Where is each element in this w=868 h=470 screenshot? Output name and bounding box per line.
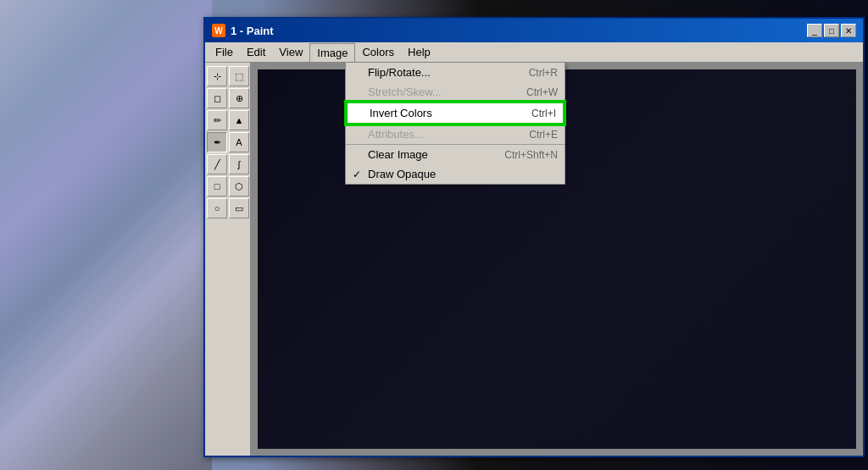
menu-colors[interactable]: Colors [355, 43, 401, 62]
maximize-button[interactable]: □ [824, 24, 839, 37]
tool-zoom[interactable]: ⊕ [229, 88, 249, 108]
tool-paint-bucket[interactable]: ▲ [229, 110, 249, 130]
clear-image-label: Clear Image [368, 148, 501, 161]
tool-rounded-rect[interactable]: ▭ [229, 198, 249, 218]
clear-image-shortcut: Ctrl+Shft+N [504, 149, 558, 161]
menu-bar: File Edit View Image Colors Help [205, 42, 863, 63]
background-painting [0, 0, 212, 470]
tool-ellipse[interactable]: ○ [207, 198, 227, 218]
tool-eraser[interactable]: ◻ [207, 88, 227, 108]
flip-rotate-shortcut: Ctrl+R [529, 67, 558, 79]
menu-item-draw-opaque[interactable]: ✓ Draw Opaque [346, 164, 565, 184]
window-controls: _ □ ✕ [807, 24, 856, 37]
attributes-shortcut: Ctrl+E [529, 129, 558, 141]
window-title: 1 - Paint [231, 25, 802, 37]
draw-opaque-label: Draw Opaque [368, 168, 558, 180]
draw-opaque-check: ✓ [353, 169, 364, 180]
menu-item-invert-colors[interactable]: Invert Colors Ctrl+I [346, 102, 565, 124]
tool-select-free[interactable]: ⊹ [207, 66, 227, 86]
tool-line[interactable]: ╱ [207, 154, 227, 174]
menu-item-stretch-skew[interactable]: Stretch/Skew... Ctrl+W [346, 82, 565, 102]
tool-airbrush[interactable]: ✒ [207, 132, 227, 152]
menu-help[interactable]: Help [401, 43, 437, 62]
menu-view[interactable]: View [272, 43, 309, 62]
attributes-label: Attributes... [368, 128, 526, 141]
minimize-button[interactable]: _ [807, 24, 822, 37]
invert-colors-shortcut: Ctrl+I [531, 108, 556, 119]
toolbox: ⊹ ⬚ ◻ ⊕ ✏ ▲ ✒ A ╱ ∫ □ ⬡ ○ ▭ [205, 63, 251, 456]
paint-window: W 1 - Paint _ □ ✕ File Edit View Image C… [203, 17, 865, 457]
tool-rect[interactable]: □ [207, 176, 227, 196]
stretch-skew-label: Stretch/Skew... [368, 86, 523, 98]
tool-select-rect[interactable]: ⬚ [229, 66, 249, 86]
menu-item-clear-image[interactable]: Clear Image Ctrl+Shft+N [346, 144, 565, 164]
menu-item-flip-rotate[interactable]: Flip/Rotate... Ctrl+R [346, 63, 565, 82]
tool-pencil[interactable]: ✏ [207, 110, 227, 130]
tool-curve[interactable]: ∫ [229, 154, 249, 174]
menu-file[interactable]: File [209, 43, 240, 62]
tool-text[interactable]: A [229, 132, 249, 152]
stretch-skew-shortcut: Ctrl+W [526, 86, 558, 98]
app-icon: W [212, 24, 225, 37]
flip-rotate-label: Flip/Rotate... [368, 66, 526, 79]
menu-item-attributes[interactable]: Attributes... Ctrl+E [346, 124, 565, 144]
image-dropdown-menu: Flip/Rotate... Ctrl+R Stretch/Skew... Ct… [345, 63, 565, 185]
close-button[interactable]: ✕ [841, 24, 856, 37]
menu-image[interactable]: Image [309, 43, 355, 62]
title-bar: W 1 - Paint _ □ ✕ [205, 19, 863, 42]
invert-colors-label: Invert Colors [370, 107, 528, 119]
tool-polygon[interactable]: ⬡ [229, 176, 249, 196]
menu-edit[interactable]: Edit [240, 43, 272, 62]
